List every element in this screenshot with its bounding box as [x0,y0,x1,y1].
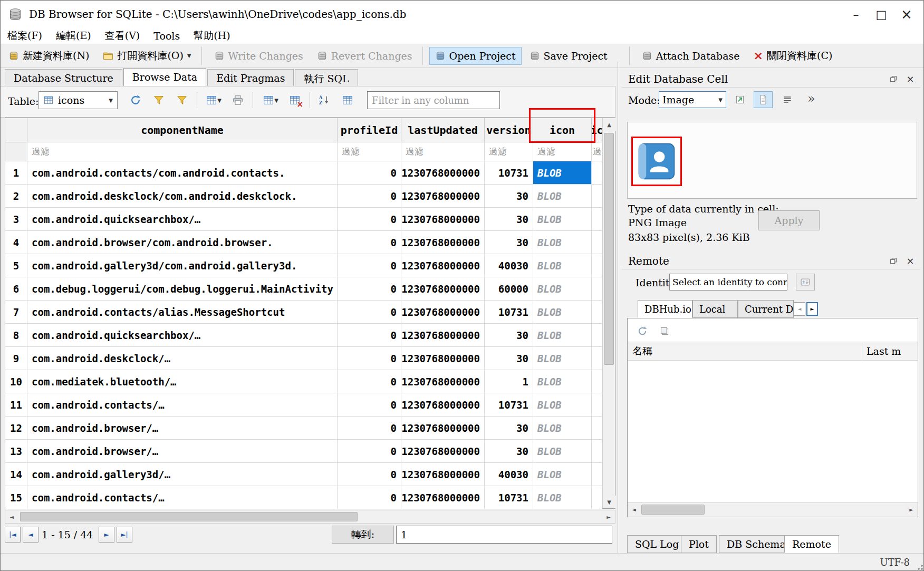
table-select[interactable]: icons ▼ [38,91,118,109]
cell-profileId[interactable]: 0 [338,161,401,185]
remote-hscrollbar[interactable]: ◄ ► [628,502,918,517]
menu-item-tools[interactable]: Tools [147,29,187,43]
column-header-lastUpdated[interactable]: lastUpdated [401,118,485,142]
cell-icon[interactable]: BLOB [533,417,592,440]
filter-cell-profileId[interactable]: 過濾 [338,142,401,161]
cell-lastUpdated[interactable]: 1230768000000 [401,370,485,393]
cell-profileId[interactable]: 0 [338,208,401,231]
cell-profileId[interactable]: 0 [338,486,401,509]
remote-tab-dbhub[interactable]: DBHub.io [638,300,692,318]
show-columns-button[interactable] [338,91,357,109]
row-number-cell[interactable]: 4 [5,231,27,254]
cell-profileId[interactable]: 0 [338,463,401,486]
export-record-button[interactable]: ▼ [259,91,282,109]
cell-componentName[interactable]: com.android.gallery3d/com.android.galler… [27,254,338,277]
cell-partial[interactable] [592,231,602,254]
cell-version[interactable]: 10731 [485,486,533,509]
column-header-version[interactable]: version [485,118,533,142]
cell-componentName[interactable]: com.android.browser/… [27,440,338,463]
cell-icon[interactable]: BLOB [533,324,592,347]
cell-icon[interactable]: BLOB [533,347,592,370]
tab-database-structure[interactable]: Database Structure [5,69,122,86]
resize-grip[interactable] [916,563,923,570]
cell-partial[interactable] [592,301,602,324]
cell-profileId[interactable]: 0 [338,254,401,277]
identity-select[interactable]: Select an identity to conne ▼ [669,274,787,291]
cell-profileId[interactable]: 0 [338,393,401,417]
float-panel-button[interactable] [887,73,900,85]
filter-cell-componentName[interactable]: 過濾 [27,142,338,161]
cell-version[interactable]: 40030 [485,254,533,277]
cell-lastUpdated[interactable]: 1230768000000 [401,254,485,277]
float-panel-button[interactable] [887,255,900,267]
cell-partial[interactable] [592,185,602,208]
menu-item-edit[interactable]: 編輯(E) [49,28,98,44]
close-panel-button[interactable]: × [903,73,917,85]
filter-cell-version[interactable]: 過濾 [485,142,533,161]
cell-version[interactable]: 60000 [485,277,533,301]
row-number-cell[interactable]: 3 [5,208,27,231]
cell-componentName[interactable]: com.debug.loggerui/com.debug.loggerui.Ma… [27,277,338,301]
cell-partial[interactable] [592,440,602,463]
text-mode-button[interactable] [754,91,773,108]
cell-componentName[interactable]: com.android.deskclock/… [27,347,338,370]
tabs-scroll-right-button[interactable]: ► [806,302,818,316]
goto-button[interactable]: 轉到: [332,526,394,544]
cell-lastUpdated[interactable]: 1230768000000 [401,486,485,509]
grid-vscrollbar[interactable]: ▲ ▼ [602,118,615,508]
hscroll-thumb[interactable] [20,512,358,521]
cell-lastUpdated[interactable]: 1230768000000 [401,277,485,301]
cell-version[interactable]: 10731 [485,393,533,417]
column-header-icon[interactable]: icon [533,118,592,142]
open-database-button[interactable]: 打開資料庫(O) ▼ [97,46,197,66]
cell-icon[interactable]: BLOB [533,254,592,277]
cell-profileId[interactable]: 0 [338,324,401,347]
grid-hscrollbar[interactable]: ◄ ► [5,510,615,524]
cell-version[interactable]: 10731 [485,161,533,185]
cell-lastUpdated[interactable]: 1230768000000 [401,393,485,417]
cell-partial[interactable] [592,417,602,440]
goto-input[interactable] [396,526,612,544]
cell-icon[interactable]: BLOB [533,463,592,486]
write-changes-button[interactable]: Write Changes [208,47,309,65]
row-number-cell[interactable]: 7 [5,301,27,324]
scroll-up-button[interactable]: ▲ [603,118,615,131]
close-database-button[interactable]: × 關閉資料庫(C) [748,46,839,66]
scroll-down-button[interactable]: ▼ [603,496,615,508]
cell-componentName[interactable]: com.android.gallery3d/… [27,463,338,486]
cell-lastUpdated[interactable]: 1230768000000 [401,185,485,208]
cell-partial[interactable] [592,277,602,301]
apply-button[interactable]: Apply [758,210,820,230]
dock-tab-plot[interactable]: Plot [681,535,717,553]
row-number-cell[interactable]: 12 [5,417,27,440]
first-page-button[interactable]: |◄ [5,527,21,543]
toolbar-overflow-button[interactable]: » [807,91,815,106]
cell-version[interactable]: 30 [485,208,533,231]
cell-icon[interactable]: BLOB [533,370,592,393]
column-header-componentName[interactable]: componentName [27,118,338,142]
mode-select[interactable]: Image ▼ [659,91,726,108]
filter-cell-lastUpdated[interactable]: 過濾 [401,142,485,161]
cell-icon[interactable]: BLOB [533,185,592,208]
cell-partial[interactable] [592,161,602,185]
cell-componentName[interactable]: com.android.quicksearchbox/… [27,324,338,347]
cell-profileId[interactable]: 0 [338,185,401,208]
cell-version[interactable]: 30 [485,440,533,463]
cell-partial[interactable] [592,370,602,393]
open-project-button[interactable]: Open Project [429,47,522,65]
cell-lastUpdated[interactable]: 1230768000000 [401,417,485,440]
delete-record-button[interactable]: × [285,91,304,109]
dock-splitter[interactable] [618,62,618,553]
cell-version[interactable]: 30 [485,417,533,440]
menu-item-help[interactable]: 幫助(H) [187,28,237,44]
cell-componentName[interactable]: com.android.browser/… [27,417,338,440]
dock-tab-db-schema[interactable]: DB Schema [719,535,794,553]
revert-changes-button[interactable]: Revert Changes [311,47,418,65]
cell-icon[interactable]: BLOB [533,393,592,417]
sort-ascending-button[interactable] [315,91,334,109]
scroll-left-button[interactable]: ◄ [5,510,18,523]
filter-cell-icon[interactable]: 過濾 [533,142,592,161]
cell-partial[interactable] [592,463,602,486]
cell-partial[interactable] [592,347,602,370]
cell-partial[interactable] [592,393,602,417]
